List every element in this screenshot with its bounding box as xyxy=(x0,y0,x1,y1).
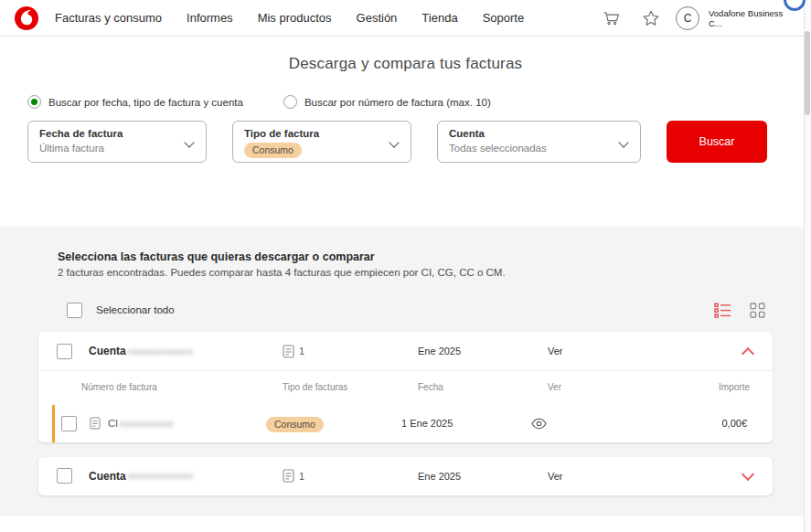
dropdown-cuenta[interactable]: Cuenta Todas seleccionadas xyxy=(437,121,641,163)
eye-icon[interactable] xyxy=(531,418,547,430)
invoice-amount: 0,00€ xyxy=(721,418,750,429)
invoice-type-chip: Consumo xyxy=(266,417,324,432)
column-ver: Ver xyxy=(548,382,719,392)
account-row: Cuenta ●●●●●●●●●●● 1 Ene 2025 Ver xyxy=(38,332,773,370)
column-tipo-de-facturas: Tipo de facturas xyxy=(283,382,418,392)
invoice-number-prefix: CI xyxy=(108,418,118,429)
invoice-table-header: Número de factura Tipo de facturas Fecha… xyxy=(38,371,773,398)
nav-mis-productos[interactable]: Mis productos xyxy=(258,11,332,25)
account-number-redacted: ●●●●●●●●●●● xyxy=(128,471,194,481)
account-card-1: Cuenta ●●●●●●●●●●● 1 Ene 2025 Ver xyxy=(38,332,773,442)
dropdown-fecha-de-factura[interactable]: Fecha de factura Última factura xyxy=(27,121,207,163)
avatar-initial: C xyxy=(684,12,692,25)
dropdown-label: Fecha de factura xyxy=(39,127,178,141)
favorites-star-icon[interactable] xyxy=(635,5,667,31)
view-toggles xyxy=(712,300,767,320)
account-checkbox[interactable] xyxy=(57,344,72,359)
grid-view-icon[interactable] xyxy=(747,300,767,320)
invoice-checkbox[interactable] xyxy=(61,416,77,431)
list-view-icon[interactable] xyxy=(712,300,732,320)
account-period: Ene 2025 xyxy=(418,346,548,356)
expand-chevron-down-icon[interactable] xyxy=(742,468,754,481)
collapse-chevron-up-icon[interactable] xyxy=(742,346,754,359)
dropdown-label: Cuenta xyxy=(449,127,613,141)
invoice-number: CI ●●●●●●●●● xyxy=(108,418,266,429)
account-number-redacted: ●●●●●●●●●●● xyxy=(128,346,194,356)
account-name: Cuenta ●●●●●●●●●●● xyxy=(89,345,283,357)
account-invoice-count: 1 xyxy=(283,345,418,358)
account-checkbox[interactable] xyxy=(57,468,72,484)
invoice-view-cell xyxy=(531,418,721,430)
radio-buscar-por-numero[interactable]: Buscar por número de factura (max. 10) xyxy=(283,95,491,109)
nav-right-icons: C Vodafone Business C... xyxy=(595,5,798,31)
account-ver-link[interactable]: Ver xyxy=(548,346,743,356)
cart-icon[interactable] xyxy=(595,5,626,31)
account-invoice-count: 1 xyxy=(283,469,418,483)
nav-informes[interactable]: Informes xyxy=(187,11,233,25)
results-subheading: 2 facturas encontradas. Puedes comparar … xyxy=(38,267,773,278)
filter-bar: Fecha de factura Última factura Tipo de … xyxy=(27,121,767,163)
radio-label: Buscar por fecha, tipo de factura y cuen… xyxy=(48,97,243,108)
document-icon xyxy=(283,469,294,483)
scrollbar-thumb[interactable] xyxy=(805,31,810,115)
page-scrollbar[interactable] xyxy=(804,0,811,532)
nav-tienda[interactable]: Tienda xyxy=(422,11,457,25)
invoice-row: CI ●●●●●●●●● Consumo 1 Ene 2025 0,00€ xyxy=(52,405,752,442)
nav-soporte[interactable]: Soporte xyxy=(483,11,525,25)
radio-buscar-por-fecha[interactable]: Buscar por fecha, tipo de factura y cuen… xyxy=(27,95,243,109)
radio-selected-icon[interactable] xyxy=(27,95,41,109)
invoice-type-cell: Consumo xyxy=(266,415,401,432)
select-all-checkbox[interactable] xyxy=(67,303,82,318)
column-importe: Importe xyxy=(719,382,750,392)
account-name: Cuenta ●●●●●●●●●●● xyxy=(89,470,283,483)
account-row: Cuenta ●●●●●●●●●●● 1 Ene 2025 Ver xyxy=(38,457,773,495)
account-label: Cuenta xyxy=(89,470,126,483)
results-heading: Selecciona las facturas que quieras desc… xyxy=(38,250,773,263)
account-ver-link[interactable]: Ver xyxy=(548,471,743,482)
column-fecha: Fecha xyxy=(418,382,548,392)
radio-unselected-icon[interactable] xyxy=(283,95,297,109)
select-all-label: Seleccionar todo xyxy=(96,304,175,315)
invoice-count-value: 1 xyxy=(299,471,304,482)
document-icon xyxy=(90,417,101,430)
page-title: Descarga y compara tus facturas xyxy=(0,37,811,73)
account-label: Cuenta xyxy=(89,345,126,357)
user-account-name[interactable]: Vodafone Business C... xyxy=(709,8,798,28)
vodafone-logo[interactable] xyxy=(15,6,38,30)
dropdown-tipo-de-factura[interactable]: Tipo de factura Consumo xyxy=(232,121,411,163)
top-navigation: Facturas y consumo Informes Mis producto… xyxy=(0,0,811,37)
user-avatar[interactable]: C xyxy=(676,6,699,30)
radio-label: Buscar por número de factura (max. 10) xyxy=(304,97,491,108)
document-icon xyxy=(283,345,294,358)
select-all-row: Seleccionar todo xyxy=(38,300,773,320)
invoice-number-redacted: ●●●●●●●●● xyxy=(120,419,174,429)
results-section: Selecciona las facturas que quieras desc… xyxy=(0,227,811,516)
dropdown-value: Última factura xyxy=(39,141,178,155)
account-period: Ene 2025 xyxy=(418,471,548,482)
chevron-down-icon xyxy=(618,137,628,147)
buscar-button[interactable]: Buscar xyxy=(667,121,767,163)
chevron-down-icon xyxy=(184,137,194,147)
invoice-date: 1 Ene 2025 xyxy=(401,418,531,429)
main-menu: Facturas y consumo Informes Mis producto… xyxy=(55,11,524,25)
account-detail: Número de factura Tipo de facturas Fecha… xyxy=(38,370,773,442)
dropdown-label: Tipo de factura xyxy=(244,127,383,141)
column-numero-de-factura: Número de factura xyxy=(81,382,283,392)
nav-facturas-y-consumo[interactable]: Facturas y consumo xyxy=(55,11,162,25)
selected-type-chip: Consumo xyxy=(244,143,302,158)
search-mode-options: Buscar por fecha, tipo de factura y cuen… xyxy=(27,95,811,109)
invoice-count-value: 1 xyxy=(299,346,304,356)
chevron-down-icon xyxy=(389,137,399,147)
nav-gestion[interactable]: Gestión xyxy=(357,11,398,25)
account-card-2: Cuenta ●●●●●●●●●●● 1 Ene 2025 Ver xyxy=(38,457,773,495)
dropdown-value: Todas seleccionadas xyxy=(449,141,613,155)
